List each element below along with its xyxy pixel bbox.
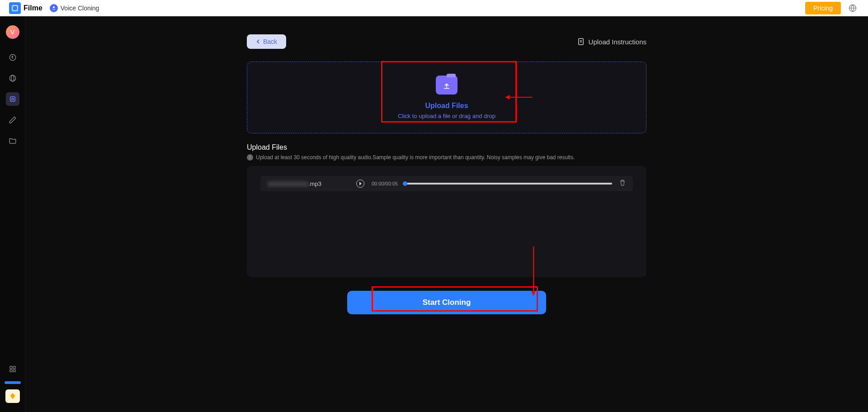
start-cloning-button[interactable]: Start Cloning	[347, 291, 546, 314]
sidebar-voice-icon[interactable]	[6, 92, 19, 106]
sidebar-folder-icon[interactable]	[6, 134, 19, 147]
upload-title: Upload Files	[425, 102, 468, 110]
hint-text: Upload at least 30 seconds of high quali…	[256, 154, 575, 161]
app-name: Filme	[24, 4, 42, 12]
svg-point-5	[53, 6, 55, 8]
header-left: Filme Voice Cloning	[9, 2, 99, 14]
sidebar-grid-icon[interactable]	[6, 362, 19, 376]
progress-bar[interactable]	[405, 183, 612, 185]
svg-rect-0	[12, 5, 18, 11]
svg-marker-21	[505, 95, 509, 99]
svg-point-12	[11, 98, 14, 100]
info-icon: !	[247, 154, 253, 161]
svg-rect-11	[10, 97, 15, 102]
sidebar-home-icon[interactable]	[6, 51, 19, 64]
svg-rect-16	[13, 369, 15, 372]
content-header: Back Upload Instructions	[247, 34, 646, 49]
upload-instructions-link[interactable]: Upload Instructions	[577, 38, 646, 46]
svg-point-1	[13, 6, 14, 7]
progress-dot	[403, 181, 407, 186]
svg-point-9	[9, 75, 16, 81]
upload-folder-icon	[436, 76, 458, 95]
file-list: .mp3 00:00/00:05	[247, 166, 646, 277]
diamond-button[interactable]	[5, 389, 20, 403]
sidebar-edit-icon[interactable]	[6, 113, 19, 127]
pricing-button[interactable]: Pricing	[805, 2, 841, 14]
svg-rect-14	[13, 366, 15, 369]
svg-point-10	[11, 75, 14, 81]
svg-point-3	[13, 9, 14, 10]
start-button-wrapper: Start Cloning	[247, 291, 646, 314]
svg-point-4	[16, 9, 17, 10]
file-item: .mp3 00:00/00:05	[260, 176, 633, 191]
top-header: Filme Voice Cloning Pricing	[0, 0, 868, 16]
voice-icon	[50, 4, 58, 12]
svg-rect-15	[10, 369, 12, 372]
svg-rect-13	[10, 366, 12, 369]
voice-cloning-badge: Voice Cloning	[50, 4, 99, 12]
avatar[interactable]: V	[6, 25, 19, 39]
blurred-filename	[268, 181, 308, 187]
document-icon	[577, 38, 585, 46]
section-title: Upload Files	[247, 143, 646, 152]
time-display: 00:00/00:05	[372, 181, 398, 186]
upload-instructions-label: Upload Instructions	[589, 38, 646, 46]
svg-point-2	[16, 6, 17, 7]
content-area: Back Upload Instructions	[25, 16, 868, 412]
play-button[interactable]	[356, 180, 364, 188]
back-label: Back	[263, 38, 277, 45]
upload-hint: ! Upload at least 30 seconds of high qua…	[247, 154, 646, 161]
header-right: Pricing	[805, 2, 859, 14]
filme-icon	[9, 2, 21, 14]
sidebar-bottom	[5, 362, 21, 403]
filme-logo[interactable]: Filme	[9, 2, 42, 14]
play-triangle-icon	[359, 182, 362, 185]
globe-icon[interactable]	[846, 2, 859, 14]
upload-dropzone[interactable]: Upload Files Click to upload a file or d…	[247, 62, 646, 133]
chevron-left-icon	[256, 39, 260, 44]
blue-indicator	[5, 381, 21, 384]
back-button[interactable]: Back	[247, 34, 286, 49]
sidebar: V	[0, 16, 25, 412]
upload-subtitle: Click to upload a file or drag and drop	[398, 113, 495, 119]
annotation-arrow-1	[505, 93, 532, 102]
sidebar-globe-icon[interactable]	[6, 71, 19, 85]
delete-button[interactable]	[619, 180, 626, 188]
file-name: .mp3	[268, 180, 349, 187]
main-layout: V	[0, 16, 868, 412]
page-title: Voice Cloning	[61, 5, 99, 12]
